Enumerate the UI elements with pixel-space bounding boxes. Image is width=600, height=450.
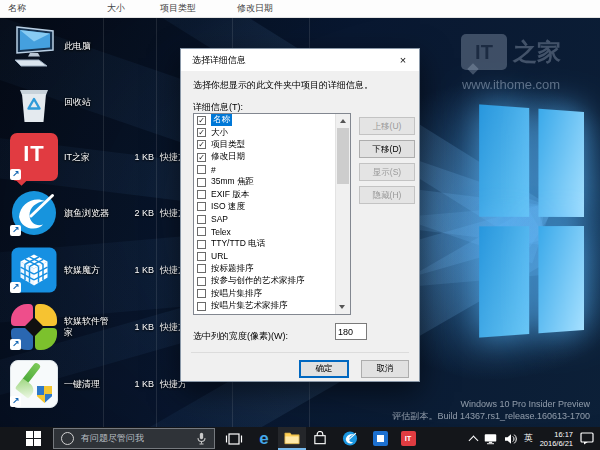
- column-header-type[interactable]: 项目类型: [160, 0, 196, 17]
- taskbar-app-file-explorer[interactable]: [278, 427, 306, 450]
- scroll-down-icon[interactable]: [339, 305, 345, 309]
- task-view-button[interactable]: [220, 427, 248, 450]
- ithome-icon: IT: [401, 431, 416, 446]
- checkbox-icon[interactable]: [197, 165, 206, 174]
- checkbox-icon[interactable]: [197, 252, 206, 261]
- shortcut-arrow-icon: ↗: [10, 339, 21, 350]
- detail-option-label: 按标题排序: [211, 263, 254, 275]
- detail-option-label: 按唱片集艺术家排序: [211, 300, 288, 312]
- desktop-item-size: 2 KB: [110, 208, 154, 218]
- microphone-icon[interactable]: [196, 432, 207, 445]
- dialog-separator: [191, 352, 409, 353]
- desktop-item-ruanmei-manager[interactable]: ↗软媒软件管家1 KB快捷方: [0, 303, 190, 355]
- checkbox-icon[interactable]: [197, 264, 206, 273]
- detail-option-14[interactable]: 按唱片集排序: [194, 287, 350, 299]
- detail-option-label: URL: [211, 251, 228, 261]
- windows-hero-logo: [479, 104, 584, 337]
- detail-option-label: SAP: [211, 214, 228, 224]
- checkbox-icon[interactable]: [197, 240, 206, 249]
- detail-option-6[interactable]: EXIF 版本: [194, 188, 350, 200]
- detail-option-10[interactable]: TTY/TTD 电话: [194, 238, 350, 250]
- desktop-item-this-pc[interactable]: 此电脑: [0, 22, 190, 74]
- close-icon[interactable]: ×: [387, 49, 419, 71]
- move-up-button[interactable]: 上移(U): [359, 117, 415, 135]
- checkbox-icon[interactable]: ✓: [197, 116, 206, 125]
- taskbar-app-ithome[interactable]: IT: [394, 427, 422, 450]
- column-width-input[interactable]: [335, 323, 367, 340]
- detail-option-15[interactable]: 按唱片集艺术家排序: [194, 300, 350, 312]
- desktop-item-recycle-bin[interactable]: 回收站: [0, 78, 190, 130]
- checkbox-icon[interactable]: [197, 202, 206, 211]
- taskbar-app-swordfish-browser[interactable]: [336, 427, 364, 450]
- checkbox-icon[interactable]: ✓: [197, 140, 206, 149]
- recycle-bin-icon: [10, 78, 58, 126]
- shortcut-arrow-icon: ↗: [10, 282, 21, 293]
- volume-icon[interactable]: [504, 433, 517, 445]
- dialog-title: 选择详细信息: [192, 49, 246, 71]
- detail-option-label: 按参与创作的艺术家排序: [211, 275, 305, 287]
- file-explorer-icon: [284, 430, 300, 445]
- taskbar: 有问题尽管问我: [0, 427, 600, 450]
- shortcut-arrow-icon: ↗: [10, 169, 21, 180]
- detail-option-8[interactable]: SAP: [194, 213, 350, 225]
- checkbox-icon[interactable]: [197, 289, 206, 298]
- checkbox-icon[interactable]: [197, 190, 206, 199]
- hide-button[interactable]: 隐藏(H): [359, 186, 415, 204]
- action-center-icon[interactable]: [580, 432, 594, 445]
- detail-option-3[interactable]: ✓修改日期: [194, 151, 350, 163]
- desktop-item-ruanmei-mofang[interactable]: ↗软媒魔方1 KB快捷方: [0, 246, 190, 298]
- ok-button[interactable]: 确定: [299, 360, 349, 378]
- detail-option-label: #: [211, 165, 216, 175]
- start-button[interactable]: [0, 427, 52, 450]
- detail-option-label: 35mm 焦距: [211, 176, 254, 188]
- checkbox-icon[interactable]: ✓: [197, 153, 206, 162]
- detail-option-11[interactable]: URL: [194, 250, 350, 262]
- network-icon[interactable]: [484, 433, 497, 445]
- details-listbox[interactable]: ✓名称✓大小✓项目类型✓修改日期#35mm 焦距EXIF 版本ISO 速度SAP…: [193, 113, 351, 315]
- taskbar-app-edge[interactable]: e: [250, 427, 278, 450]
- detail-option-12[interactable]: 按标题排序: [194, 263, 350, 275]
- detail-option-1[interactable]: ✓大小: [194, 126, 350, 138]
- checkbox-icon[interactable]: [197, 215, 206, 224]
- swordfish-browser-icon: [342, 431, 358, 446]
- detail-option-label: ISO 速度: [211, 201, 245, 213]
- taskbar-app-ruanmei-app[interactable]: [366, 427, 394, 450]
- dialog-titlebar[interactable]: 选择详细信息 ×: [181, 49, 419, 71]
- windows-build-watermark: Windows 10 Pro Insider Preview 评估副本。Buil…: [392, 398, 590, 422]
- checkbox-icon[interactable]: ✓: [197, 128, 206, 137]
- scrollbar-thumb[interactable]: [337, 128, 349, 184]
- checkbox-icon[interactable]: [197, 277, 206, 286]
- ime-indicator[interactable]: 英: [524, 432, 533, 445]
- detail-option-2[interactable]: ✓项目类型: [194, 139, 350, 151]
- move-down-button[interactable]: 下移(D): [359, 140, 415, 158]
- cortana-search-box[interactable]: 有问题尽管问我: [53, 428, 215, 449]
- desktop-item-ithome[interactable]: IT↗IT之家1 KB快捷方: [0, 133, 190, 185]
- detail-option-9[interactable]: Telex: [194, 226, 350, 238]
- detail-option-label: 修改日期: [211, 151, 245, 163]
- tray-chevron-up-icon[interactable]: [468, 435, 478, 445]
- detail-option-13[interactable]: 按参与创作的艺术家排序: [194, 275, 350, 287]
- search-placeholder: 有问题尽管问我: [81, 432, 196, 445]
- desktop-item-label: 软媒魔方: [64, 265, 114, 276]
- column-header-size[interactable]: 大小: [107, 0, 125, 17]
- column-header-date-modified[interactable]: 修改日期: [237, 0, 273, 17]
- taskbar-app-store[interactable]: [306, 427, 334, 450]
- show-button[interactable]: 显示(S): [359, 163, 415, 181]
- shortcut-arrow-icon: ↗: [10, 225, 21, 236]
- desktop-item-one-key-clean[interactable]: ↗一键清理1 KB快捷方: [0, 360, 190, 412]
- taskbar-clock[interactable]: 16:17 2016/6/21: [540, 430, 573, 448]
- cancel-button[interactable]: 取消: [361, 360, 409, 378]
- column-header-name[interactable]: 名称: [8, 0, 26, 17]
- scroll-up-icon[interactable]: [340, 119, 346, 123]
- detail-option-5[interactable]: 35mm 焦距: [194, 176, 350, 188]
- detail-option-4[interactable]: #: [194, 164, 350, 176]
- desktop-item-swordfish-browser[interactable]: ↗旗鱼浏览器2 KB快捷方: [0, 189, 190, 241]
- ithome-logo-icon: IT: [461, 34, 507, 70]
- checkbox-icon[interactable]: [197, 227, 206, 236]
- checkbox-icon[interactable]: [197, 302, 206, 311]
- checkbox-icon[interactable]: [197, 178, 206, 187]
- detail-option-0[interactable]: ✓名称: [194, 114, 350, 126]
- edge-icon: e: [259, 429, 268, 449]
- listbox-scrollbar[interactable]: [335, 114, 350, 314]
- detail-option-7[interactable]: ISO 速度: [194, 201, 350, 213]
